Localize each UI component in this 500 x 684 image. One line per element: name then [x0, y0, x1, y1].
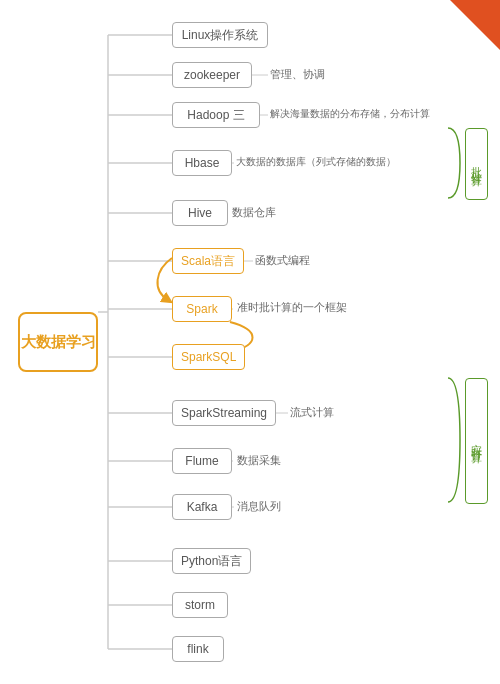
branch-flume: Flume — [172, 448, 232, 474]
desc-hbase: 大数据的数据库（列式存储的数据） — [236, 155, 396, 169]
branch-hadoop: Hadoop 三 — [172, 102, 260, 128]
desc-hadoop: 解决海量数据的分布存储，分布计算 — [270, 107, 430, 121]
branch-scala: Scala语言 — [172, 248, 244, 274]
root-label: 大数据学习 — [21, 333, 96, 352]
branch-sparksql: SparkSQL — [172, 344, 245, 370]
branch-spark: Spark — [172, 296, 232, 322]
desc-hive: 数据仓库 — [232, 205, 276, 220]
deco-triangle — [450, 0, 500, 50]
branch-hive: Hive — [172, 200, 228, 226]
branch-sparkstreaming: SparkStreaming — [172, 400, 276, 426]
desc-scala: 函数式编程 — [255, 253, 310, 268]
branch-storm: storm — [172, 592, 228, 618]
side-label-batch: 批处计算 — [465, 128, 488, 200]
side-label-realtime: 实时计算 — [465, 378, 488, 504]
desc-kafka: 消息队列 — [237, 499, 281, 514]
branch-zookeeper: zookeeper — [172, 62, 252, 88]
desc-sparkstreaming: 流式计算 — [290, 405, 334, 420]
branch-linux: Linux操作系统 — [172, 22, 268, 48]
desc-spark: 准时批计算的一个框架 — [237, 301, 347, 315]
desc-zookeeper: 管理、协调 — [270, 67, 325, 82]
branch-hbase: Hbase — [172, 150, 232, 176]
branch-kafka: Kafka — [172, 494, 232, 520]
branch-flink: flink — [172, 636, 224, 662]
root-node: 大数据学习 — [18, 312, 98, 372]
branch-python: Python语言 — [172, 548, 251, 574]
desc-flume: 数据采集 — [237, 453, 281, 468]
